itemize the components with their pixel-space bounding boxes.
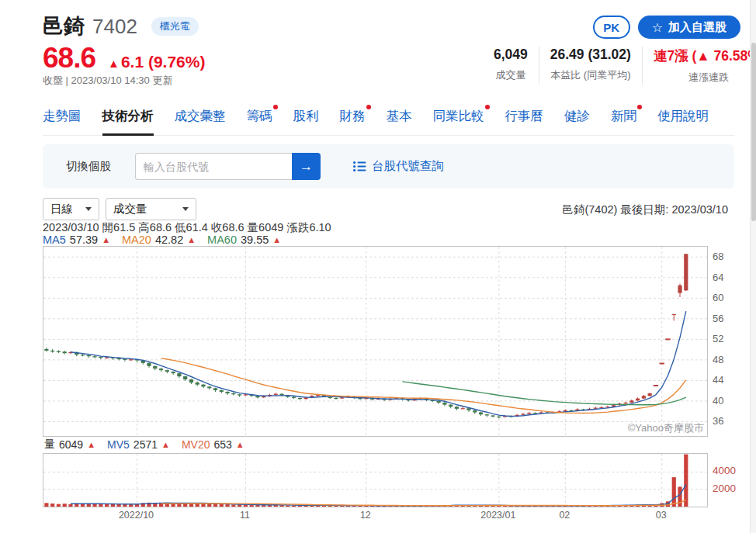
volume-axis-labels: 40002000: [713, 453, 748, 507]
up-triangle-icon: ▲: [108, 57, 120, 70]
stock-technical-analysis-page: 邑錡 7402 櫃光電 PK ☆ 加入自選股 68.6 ▲6.1 (9.76%)…: [0, 0, 756, 533]
stock-switch-bar: 切換個股 → 台股代號查詢: [43, 144, 734, 189]
stat-pe-ratio: 26.49 (31.02) 本益比 (同業平均): [539, 47, 642, 85]
price-change: ▲6.1 (9.76%): [108, 53, 205, 71]
up-triangle-icon: ▲: [187, 235, 196, 244]
stat-value: 6,049: [494, 47, 528, 63]
tab-technical[interactable]: 技術分析: [102, 108, 154, 125]
tab-dividend[interactable]: 股利: [293, 108, 319, 125]
stat-streak: 連7漲 (▲ 76.58%) 連漲連跌: [642, 47, 756, 85]
stat-label: 連漲連跌: [654, 71, 756, 85]
tab-financials[interactable]: 財務: [340, 108, 366, 125]
tab-health-check[interactable]: 健診: [564, 108, 590, 125]
mv5-item: MV5 2571 ▲: [107, 438, 170, 452]
up-triangle-icon: ▲: [102, 235, 110, 244]
star-icon: ☆: [652, 20, 663, 35]
mv5-label: MV5: [107, 438, 130, 451]
mv5-value: 2571: [134, 438, 158, 451]
stock-code-input[interactable]: [135, 153, 292, 180]
mv20-value: 653: [213, 438, 231, 451]
tab-trend-chart[interactable]: 走勢圖: [43, 108, 81, 125]
pk-button[interactable]: PK: [593, 16, 630, 39]
ma5-label: MA5: [43, 234, 66, 246]
ma20-legend: MA20 42.82 ▲: [122, 234, 196, 246]
yahoo-watermark: ©Yahoo奇摩股市: [628, 421, 704, 435]
stat-label: 本益比 (同業平均): [550, 68, 631, 82]
price-change-value: 6.1 (9.76%): [121, 53, 206, 71]
arrow-right-icon: →: [300, 159, 313, 175]
stat-volume: 6,049 成交量: [483, 47, 539, 85]
tab-help[interactable]: 使用說明: [657, 108, 709, 125]
ma20-value: 42.82: [155, 234, 183, 246]
lookup-link-label: 台股代號查詢: [372, 158, 444, 175]
up-triangle-icon: ▲: [236, 440, 244, 449]
tab-peer-comparison[interactable]: 同業比較: [433, 108, 484, 125]
current-price: 68.6: [43, 42, 95, 74]
tab-profile[interactable]: 基本: [387, 108, 412, 125]
period-select-value: 日線: [50, 202, 73, 216]
section-tabs: 走勢圖 技術分析 成交彙整 籌碼 股利 財務 基本 同業比較 行事曆 健診 新聞…: [43, 108, 734, 136]
page-scrollbar[interactable]: [750, 0, 756, 533]
date-axis-labels: 2022/1011122023/010203: [43, 510, 708, 524]
up-triangle-icon: ▲: [272, 235, 281, 244]
update-timestamp: 收盤 | 2023/03/10 14:30 更新: [43, 74, 172, 88]
ma20-label: MA20: [122, 234, 151, 246]
stat-label: 成交量: [494, 68, 528, 82]
header-actions: PK ☆ 加入自選股: [593, 16, 740, 39]
ma60-label: MA60: [207, 234, 237, 246]
candlestick-svg: [43, 247, 707, 436]
tab-news[interactable]: 新聞: [611, 108, 636, 125]
volume-legend: 量 6049 ▲ MV5 2571 ▲ MV20 653 ▲: [44, 438, 244, 452]
ma60-legend: MA60 39.55 ▲: [207, 234, 281, 246]
switch-stock-label: 切換個股: [66, 159, 111, 174]
stock-header: 邑錡 7402 櫃光電: [43, 12, 199, 40]
tab-chips[interactable]: 籌碼: [247, 108, 272, 125]
volume-value: 6049: [59, 438, 83, 451]
ma-legend: MA5 57.39 ▲ MA20 42.82 ▲ MA60 39.55 ▲: [43, 234, 281, 246]
stat-value: 連7漲 (▲ 76.58%): [654, 47, 756, 65]
volume-label: 量: [44, 438, 55, 452]
up-triangle-icon: ▲: [161, 440, 170, 449]
period-select[interactable]: 日線: [43, 198, 99, 220]
chevron-down-icon: [182, 207, 189, 211]
ma60-value: 39.55: [241, 234, 269, 246]
tab-calendar[interactable]: 行事曆: [505, 108, 544, 125]
price-row: 68.6 ▲6.1 (9.76%): [43, 42, 205, 74]
indicator-select[interactable]: 成交量: [106, 198, 196, 220]
stat-value: 26.49 (31.02): [550, 47, 631, 63]
mv20-label: MV20: [182, 438, 210, 451]
volume-svg: [43, 454, 707, 507]
stock-code-lookup-link[interactable]: 台股代號查詢: [353, 158, 444, 175]
add-watchlist-label: 加入自選股: [668, 20, 727, 35]
price-axis-labels: 686460565248444036: [713, 246, 748, 437]
volume-chart[interactable]: [43, 453, 708, 507]
ma5-legend: MA5 57.39 ▲: [43, 234, 110, 246]
mv20-item: MV20 653 ▲: [182, 438, 244, 452]
last-date-info: 邑錡(7402) 最後日期: 2023/03/10: [562, 202, 728, 217]
tab-trade-summary[interactable]: 成交彙整: [175, 108, 226, 125]
add-watchlist-button[interactable]: ☆ 加入自選股: [638, 16, 740, 39]
chevron-down-icon: [85, 207, 92, 211]
indicator-select-value: 成交量: [113, 202, 147, 216]
scrollbar-thumb[interactable]: [751, 43, 756, 221]
stats-row: 6,049 成交量 26.49 (31.02) 本益比 (同業平均) 連7漲 (…: [483, 47, 756, 85]
stock-name: 邑錡: [43, 12, 85, 40]
up-triangle-icon: ▲: [87, 440, 95, 449]
stock-code: 7402: [92, 15, 137, 39]
ma5-value: 57.39: [70, 234, 98, 246]
list-icon: [353, 161, 366, 172]
search-submit-button[interactable]: →: [292, 153, 321, 180]
volume-item: 量 6049 ▲: [44, 438, 95, 452]
market-category-badge[interactable]: 櫃光電: [151, 17, 199, 36]
candlestick-chart[interactable]: ©Yahoo奇摩股市: [43, 246, 708, 437]
